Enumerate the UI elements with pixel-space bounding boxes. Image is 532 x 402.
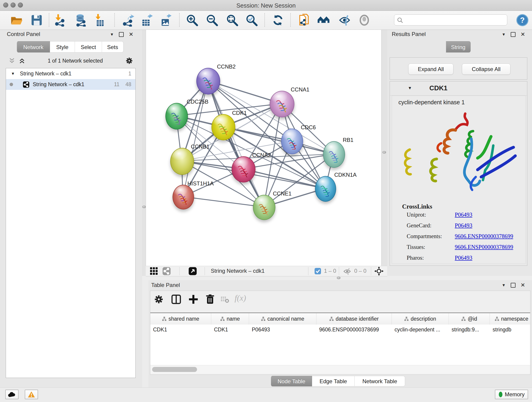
cloud-button[interactable] bbox=[5, 390, 19, 399]
toolbar-separator bbox=[290, 13, 291, 27]
panel-close-icon[interactable]: ✕ bbox=[129, 32, 133, 37]
column-header-namespace[interactable]: namespace bbox=[490, 313, 530, 325]
network-node[interactable] bbox=[170, 148, 194, 175]
zoom-selected-icon[interactable] bbox=[245, 14, 258, 27]
network-node[interactable] bbox=[270, 91, 294, 117]
scrollbar-thumb[interactable] bbox=[152, 367, 197, 372]
hide-selected-icon[interactable] bbox=[338, 14, 351, 27]
expand-all-icon[interactable] bbox=[19, 57, 25, 64]
tab-node-table[interactable]: Node Table bbox=[271, 376, 312, 386]
panel-float-icon[interactable] bbox=[511, 32, 515, 37]
crosslink-link[interactable]: P06493 bbox=[455, 222, 472, 229]
add-column-icon[interactable] bbox=[188, 294, 199, 305]
expand-all-button[interactable]: Expand All bbox=[408, 64, 453, 75]
panel-menu-icon[interactable]: ▼ bbox=[502, 32, 506, 36]
open-session-icon[interactable] bbox=[10, 14, 23, 27]
birds-eye-view-icon[interactable] bbox=[188, 267, 197, 275]
network-node[interactable] bbox=[211, 114, 235, 140]
network-node[interactable] bbox=[281, 128, 303, 154]
network-node[interactable] bbox=[165, 103, 188, 129]
horizontal-scrollbar[interactable] bbox=[150, 365, 530, 374]
network-node[interactable] bbox=[172, 185, 194, 210]
zoom-in-icon[interactable] bbox=[186, 14, 198, 27]
protein-thumbnail bbox=[236, 163, 251, 178]
panel-float-icon[interactable] bbox=[119, 32, 124, 37]
zoom-fit-content-icon[interactable] bbox=[226, 14, 239, 27]
panel-close-icon[interactable]: ✕ bbox=[520, 282, 525, 288]
network-node[interactable] bbox=[253, 195, 275, 220]
collection-count: 1 bbox=[128, 70, 131, 77]
column-header-shared-name[interactable]: shared name bbox=[150, 313, 211, 325]
fit-crosshair-icon[interactable] bbox=[374, 267, 384, 276]
search-input[interactable] bbox=[394, 14, 507, 26]
protein-thumbnail bbox=[170, 110, 184, 124]
network-canvas[interactable]: CCNB2CCNA1CDC25BCDK1CDC6RB1CCNB1CCNA2CDK… bbox=[146, 30, 381, 266]
panel-float-icon[interactable] bbox=[511, 283, 515, 288]
tree-expand-icon[interactable]: ▼ bbox=[11, 71, 15, 76]
column-header-name[interactable]: name bbox=[211, 313, 249, 325]
crosslink-link[interactable]: 9606.ENSP00000378699 bbox=[455, 233, 513, 240]
export-image-icon[interactable] bbox=[159, 14, 172, 27]
collapse-all-button[interactable]: Collapse All bbox=[462, 64, 510, 75]
table-panel-title: Table Panel bbox=[151, 282, 180, 288]
network-node[interactable] bbox=[196, 68, 220, 95]
network-node[interactable] bbox=[315, 176, 336, 202]
entry-expand-icon[interactable]: ▼ bbox=[408, 86, 412, 90]
delete-column-icon[interactable] bbox=[205, 294, 215, 305]
panel-close-icon[interactable]: ✕ bbox=[520, 32, 525, 37]
zoom-out-icon[interactable] bbox=[206, 14, 218, 27]
results-panel-tabs: String bbox=[446, 41, 471, 52]
help-icon[interactable]: ? bbox=[516, 14, 529, 27]
export-network-icon[interactable] bbox=[121, 14, 134, 27]
crosslink-link[interactable]: 9606.ENSP00000378699 bbox=[455, 244, 513, 250]
panel-menu-icon[interactable]: ▼ bbox=[110, 32, 114, 36]
network-tree-root-row[interactable]: ▼ String Network – cdk1 1 bbox=[6, 68, 135, 79]
tab-network-table[interactable]: Network Table bbox=[355, 376, 405, 386]
collapse-all-icon[interactable] bbox=[8, 57, 15, 64]
import-table-from-file-icon[interactable] bbox=[94, 14, 106, 27]
home-icon[interactable] bbox=[317, 14, 330, 27]
import-network-from-file-icon[interactable] bbox=[54, 14, 66, 27]
network-node[interactable] bbox=[232, 156, 255, 182]
tab-edge-table[interactable]: Edge Table bbox=[312, 376, 355, 386]
left-splitter[interactable] bbox=[142, 30, 146, 276]
node-label: CCNB2 bbox=[217, 64, 235, 70]
results-panel: Results Panel ▼ ✕ String Expand All Coll… bbox=[387, 30, 532, 276]
network-view-toolbar: String Network – cdk1 1 – 0 0 – 0 bbox=[146, 266, 387, 276]
column-header-description[interactable]: description bbox=[392, 313, 449, 325]
network-tree-child-row[interactable]: String Network – cdk1 11 48 bbox=[6, 79, 135, 90]
panel-menu-icon[interactable]: ▼ bbox=[502, 283, 506, 287]
refresh-icon[interactable] bbox=[272, 14, 284, 27]
protein-thumbnail bbox=[216, 121, 231, 135]
tab-select[interactable]: Select bbox=[75, 41, 102, 52]
crosslink-link[interactable]: P06493 bbox=[455, 211, 472, 218]
column-header-canonical-name[interactable]: canonical name bbox=[249, 313, 317, 325]
tab-sets[interactable]: Sets bbox=[102, 41, 123, 52]
control-panel-tabs: NetworkStyleSelectSets bbox=[17, 41, 123, 52]
column-header-database-identifier[interactable]: database identifier bbox=[317, 313, 392, 325]
memory-button[interactable]: Memory bbox=[495, 390, 528, 399]
export-table-icon[interactable] bbox=[140, 14, 153, 27]
crosslink-link[interactable]: P06493 bbox=[455, 255, 472, 261]
network-node[interactable] bbox=[323, 141, 345, 168]
show-columns-icon[interactable] bbox=[171, 294, 181, 305]
options-gear-icon[interactable] bbox=[125, 57, 133, 65]
warnings-button[interactable] bbox=[25, 390, 38, 399]
selected-checkbox-icon[interactable] bbox=[314, 268, 321, 274]
string-view-icon[interactable] bbox=[162, 267, 171, 275]
bottom-splitter[interactable] bbox=[142, 276, 532, 280]
right-splitter[interactable] bbox=[381, 30, 387, 276]
column-header--id[interactable]: @id bbox=[449, 313, 490, 325]
grid-view-icon[interactable] bbox=[150, 267, 158, 275]
import-network-from-database-icon[interactable] bbox=[74, 14, 87, 27]
save-session-icon[interactable] bbox=[30, 14, 43, 27]
tab-string[interactable]: String bbox=[446, 41, 471, 52]
table-row[interactable]: CDK1CDK1P064939606.ENSP00000378699cyclin… bbox=[150, 325, 530, 335]
show-all-icon[interactable] bbox=[358, 14, 371, 27]
tab-network[interactable]: Network bbox=[17, 41, 50, 52]
tab-style[interactable]: Style bbox=[50, 41, 75, 52]
hidden-counts: 0 – 0 bbox=[354, 268, 366, 274]
first-neighbors-icon[interactable] bbox=[298, 14, 310, 27]
table-options-gear-icon[interactable] bbox=[153, 294, 164, 305]
crosslink-row: Pharos:P06493 bbox=[407, 255, 521, 261]
